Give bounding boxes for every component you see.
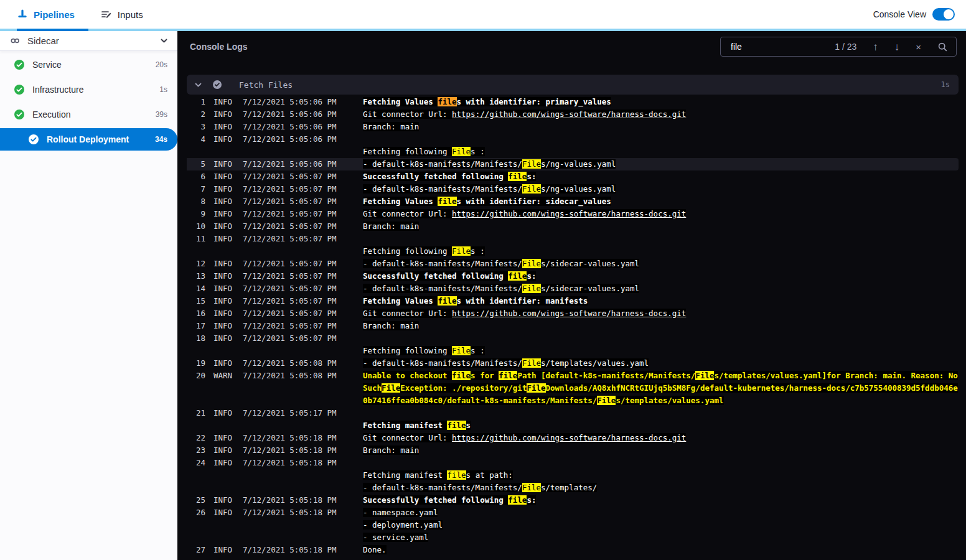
log-level: WARN xyxy=(213,370,237,382)
log-level: INFO xyxy=(213,133,237,146)
log-level: INFO xyxy=(213,270,237,282)
next-match-button[interactable]: ↓ xyxy=(894,42,900,52)
log-row: 7INFO7/12/2021 5:05:07 PM- default-k8s-m… xyxy=(187,183,959,195)
log-timestamp: 7/12/2021 5:05:06 PM xyxy=(243,108,337,121)
log-line-number: 11 xyxy=(187,233,205,245)
log-message: Fetching manifest files at path: xyxy=(363,469,959,482)
log-level: INFO xyxy=(213,332,237,345)
log-line-number: 26 xyxy=(187,506,205,519)
log-search-box: 1 / 23 ↑ ↓ × xyxy=(720,37,957,57)
search-match: File xyxy=(452,147,471,156)
search-match: File xyxy=(452,346,471,355)
log-row: 11INFO7/12/2021 5:05:07 PM xyxy=(187,233,959,245)
stage-name: Sidecar xyxy=(27,35,59,46)
log-timestamp: 7/12/2021 5:05:18 PM xyxy=(243,494,337,506)
log-level: INFO xyxy=(213,96,237,108)
collapse-chevron-icon[interactable] xyxy=(194,80,203,90)
log-level: INFO xyxy=(213,258,237,270)
log-row: Fetching manifest files at path: xyxy=(187,469,959,482)
log-level: INFO xyxy=(213,457,237,469)
sidebar-item-execution[interactable]: Execution39s xyxy=(0,102,177,127)
log-message: - default-k8s-manifests/Manifests/Files/… xyxy=(363,482,959,494)
log-level: INFO xyxy=(213,494,237,506)
tab-pipelines[interactable]: Pipelines xyxy=(17,9,75,20)
console-panel: Console Logs 1 / 23 ↑ ↓ × Fetch xyxy=(177,31,966,560)
log-message: Fetching Values files with identifier: s… xyxy=(363,195,959,208)
sidebar-item-duration: 39s xyxy=(156,110,167,119)
search-match: File xyxy=(522,184,541,194)
log-area: Fetch Files 1s 1INFO7/12/2021 5:05:06 PM… xyxy=(177,62,966,560)
log-row: Fetching following Files : xyxy=(187,345,959,357)
log-row: 15INFO7/12/2021 5:05:07 PMFetching Value… xyxy=(187,295,959,307)
log-link[interactable]: https://github.com/wings-software/harnes… xyxy=(452,110,686,119)
search-match: File xyxy=(382,383,400,393)
log-timestamp: 7/12/2021 5:05:17 PM xyxy=(243,407,337,419)
sidebar-item-service[interactable]: Service20s xyxy=(0,52,177,77)
search-match: file xyxy=(499,371,517,380)
log-timestamp: 7/12/2021 5:05:07 PM xyxy=(243,282,337,295)
search-match: file xyxy=(508,172,527,181)
log-timestamp: 7/12/2021 5:05:07 PM xyxy=(243,195,337,208)
stage-selector[interactable]: Sidecar xyxy=(0,31,177,51)
search-match: file xyxy=(508,495,527,505)
log-message: Fetching Values files with identifier: m… xyxy=(363,295,959,307)
search-input[interactable] xyxy=(729,41,818,52)
log-line-number: 10 xyxy=(187,220,205,233)
log-message: Branch: main xyxy=(363,121,959,133)
tab-inputs[interactable]: Inputs xyxy=(101,9,143,20)
search-match: file xyxy=(447,421,466,430)
log-line-number: 7 xyxy=(187,183,205,195)
search-match: file xyxy=(447,470,466,480)
log-line-number: 9 xyxy=(187,208,205,220)
log-row: 5INFO7/12/2021 5:05:06 PM- default-k8s-m… xyxy=(187,158,959,170)
search-icon xyxy=(937,42,948,52)
log-line-number: 1 xyxy=(187,96,205,108)
log-timestamp: 7/12/2021 5:05:07 PM xyxy=(243,233,337,245)
log-row: - deployment.yaml xyxy=(187,519,959,531)
log-row: 18INFO7/12/2021 5:05:07 PM xyxy=(187,332,959,345)
execution-sidebar: Sidecar Service20sInfrastructure1sExecut… xyxy=(0,31,177,560)
log-section-header[interactable]: Fetch Files 1s xyxy=(187,75,959,95)
search-match: file xyxy=(508,271,527,281)
log-level: INFO xyxy=(213,170,237,183)
log-line-number: 12 xyxy=(187,258,205,270)
log-row: 22INFO7/12/2021 5:05:18 PMGit connector … xyxy=(187,432,959,444)
log-line-number: 16 xyxy=(187,307,205,320)
sidebar-item-rollout-deployment[interactable]: Rollout Deployment34s xyxy=(0,128,177,151)
log-link[interactable]: https://github.com/wings-software/harnes… xyxy=(452,309,686,318)
log-message: Successfully fetched following files: xyxy=(363,494,959,506)
log-level: INFO xyxy=(213,183,237,195)
console-logs-title: Console Logs xyxy=(190,42,248,52)
log-line-number: 15 xyxy=(187,295,205,307)
log-link[interactable]: https://github.com/wings-software/harnes… xyxy=(452,433,686,442)
sidebar-item-label: Rollout Deployment xyxy=(47,134,129,144)
log-row: 13INFO7/12/2021 5:05:07 PMSuccessfully f… xyxy=(187,270,959,282)
chevron-down-icon[interactable] xyxy=(159,36,169,45)
sidebar-item-label: Service xyxy=(32,60,62,70)
log-timestamp: 7/12/2021 5:05:18 PM xyxy=(243,457,337,469)
log-timestamp: 7/12/2021 5:05:18 PM xyxy=(243,432,337,444)
log-row: 27INFO7/12/2021 5:05:18 PMDone. xyxy=(187,544,959,556)
log-row: Fetching manifest files xyxy=(187,419,959,432)
log-level: INFO xyxy=(213,208,237,220)
log-row: 19INFO7/12/2021 5:05:08 PM- default-k8s-… xyxy=(187,357,959,370)
log-level: INFO xyxy=(213,121,237,133)
search-match: File xyxy=(522,159,541,169)
log-row: 6INFO7/12/2021 5:05:07 PMSuccessfully fe… xyxy=(187,170,959,183)
sidebar-item-infrastructure[interactable]: Infrastructure1s xyxy=(0,77,177,102)
log-timestamp: 7/12/2021 5:05:18 PM xyxy=(243,544,337,556)
pipeline-icon xyxy=(17,9,28,20)
log-line-number: 14 xyxy=(187,282,205,295)
log-line-number: 13 xyxy=(187,270,205,282)
log-row: 20WARN7/12/2021 5:05:08 PMUnable to chec… xyxy=(187,370,959,407)
log-row: Fetching following Files : xyxy=(187,146,959,158)
log-row: - default-k8s-manifests/Manifests/Files/… xyxy=(187,482,959,494)
log-link[interactable]: https://github.com/wings-software/harnes… xyxy=(452,209,686,218)
console-view-toggle[interactable] xyxy=(932,8,955,21)
log-line-number: 18 xyxy=(187,332,205,345)
sidebar-item-duration: 34s xyxy=(155,135,167,144)
previous-match-button[interactable]: ↑ xyxy=(873,42,878,52)
clear-search-button[interactable]: × xyxy=(916,42,921,52)
log-message: - deployment.yaml xyxy=(363,519,959,531)
log-level: INFO xyxy=(213,407,237,419)
